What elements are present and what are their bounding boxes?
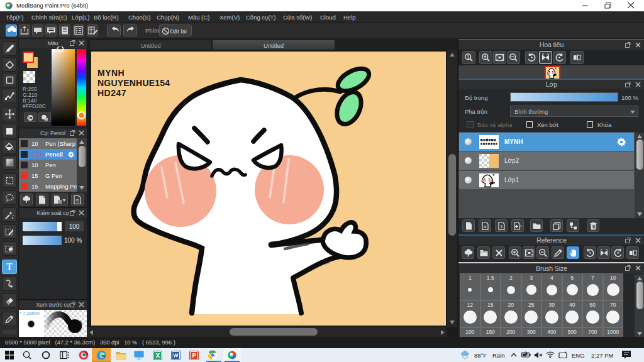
svg-text:HD247: HD247 [97, 88, 126, 98]
svg-text:S: S [75, 197, 79, 203]
svg-text:1: 1 [467, 55, 470, 59]
svg-text:NGUYENHUE154: NGUYENHUE154 [97, 78, 170, 88]
svg-text:a: a [484, 224, 487, 229]
svg-text:MYNH: MYNH [97, 68, 125, 78]
svg-text:1: 1 [500, 224, 502, 229]
